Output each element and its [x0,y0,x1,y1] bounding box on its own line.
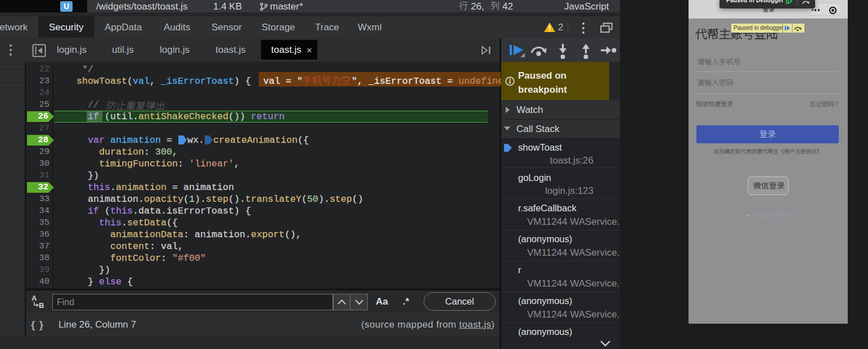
svg-text:A: A [32,294,37,302]
svg-text:B: B [39,301,44,309]
